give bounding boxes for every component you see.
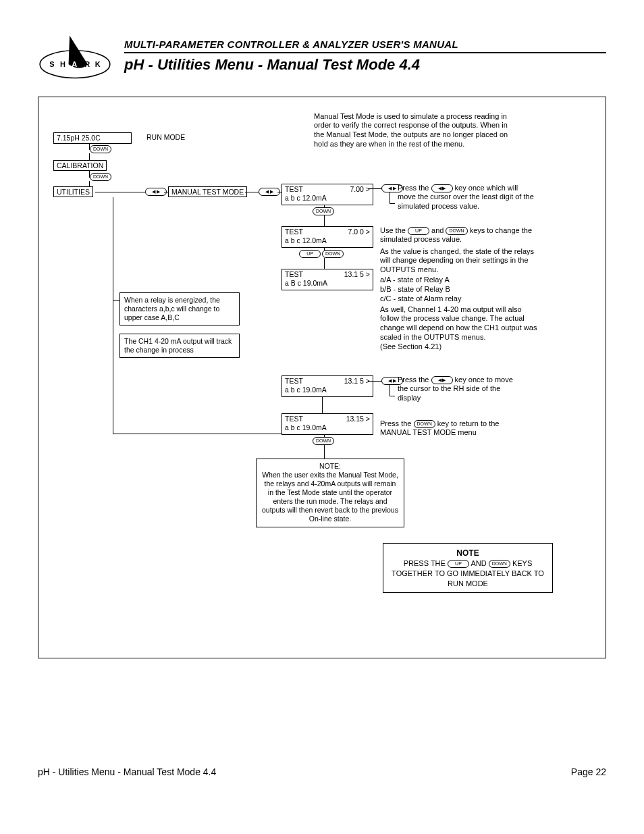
note-heading: NOTE [390,548,545,558]
t: TEST [285,377,303,386]
expl-3c: c/C - state of Alarm relay [380,294,539,304]
test-screen-3: TEST13.1 5 > a B c 19.0mA [281,269,373,290]
svg-text:H: H [60,60,65,68]
manual-title: MULTI-PARAMETER CONTROLLER & ANALYZER US… [124,38,606,53]
t: Use the [380,226,408,234]
page-footer: pH - Utilities Menu - Manual Test Mode 4… [38,766,606,777]
expl-4: As well, Channel 1 4-20 ma output will a… [380,305,539,352]
t: RUN MODE [390,579,545,589]
v: 13.1 5 > [344,270,370,279]
screen-runmode-display: 7.15pH 25.0C [53,132,132,144]
v: 13.15 > [346,415,370,423]
v: 7.0 0 > [348,228,370,236]
shark-logo: S H A R K [38,32,112,80]
test-screen-4: TEST13.1 5 > a b c 19.0mA [281,375,373,397]
expl-2: Use the UP and DOWN keys to change the s… [380,226,535,245]
up-key-icon: UP [448,560,469,568]
page-header: S H A R K MULTI-PARAMETER CONTROLLER & A… [38,32,606,80]
t: TEST [285,270,303,279]
down-key-icon: DOWN [446,227,467,235]
svg-text:A: A [72,60,77,68]
down-key-icon: DOWN [313,437,334,445]
t: and [429,226,446,234]
down-key-icon: DOWN [414,420,435,428]
up-key-icon: UP [299,250,321,258]
footer-right: Page 22 [571,766,606,777]
down-key-icon: DOWN [313,207,334,215]
down-key-icon: DOWN [489,560,510,568]
down-key-icon: DOWN [322,250,344,258]
t: TEST [285,415,303,423]
t: KEYS [510,559,532,567]
ch1-note: The CH1 4-20 mA output will track the ch… [119,334,240,358]
t: TEST [285,185,303,194]
test-screen-5: TEST13.15 > a b c 19.0mA [281,413,373,435]
v: 13.1 5 > [344,377,370,386]
down-key-icon: DOWN [90,173,111,181]
intro-text: Manual Test Mode is used to simulate a p… [314,112,516,149]
ph-temp-readout: 7.15pH 25.0C [57,134,101,142]
test-screen-1: TEST7.00 > a b c 12.0mA [281,184,373,205]
t: AND [469,559,489,567]
down-key-icon: DOWN [90,145,111,153]
l2: a B c 19.0mA [285,279,370,288]
big-note: NOTE PRESS THE UP AND DOWN KEYS TOGETHER… [383,543,553,594]
section-title: pH - Utilities Menu - Manual Test Mode 4… [124,56,606,74]
t: Press the [380,419,414,427]
t: PRESS THE [404,559,448,567]
t: Press the [398,375,431,384]
exit-note-text: NOTE: When the user exits the Manual Tes… [261,462,400,524]
t: TOGETHER TO GO IMMEDIATELY BACK TO [390,569,545,579]
relay-note: When a relay is energized, the character… [119,292,240,325]
expl-1: Press the ◀ ▶ key once which will move t… [398,184,534,211]
test-screen-2: TEST7.0 0 > a b c 12.0mA [281,226,373,248]
v: 7.00 > [350,185,371,194]
up-key-icon: UP [408,227,429,235]
t: TEST [285,228,303,236]
svg-text:S: S [49,60,54,68]
leftright-key-icon: ◀ ▶ [431,184,453,192]
footer-left: pH - Utilities Menu - Manual Test Mode 4… [38,766,216,777]
expl-6: Press the DOWN key to return to the MANU… [380,419,522,438]
svg-text:R: R [84,60,90,68]
t: Press the [398,184,431,192]
l2: a b c 12.0mA [285,194,370,203]
run-mode-label: RUN MODE [146,133,185,141]
l2: a b c 19.0mA [285,423,370,432]
leftright-key-icon: ◀ ▶ [431,376,453,384]
l2: a b c 19.0mA [285,386,370,394]
exit-note: NOTE: When the user exits the Manual Tes… [256,459,404,527]
svg-text:K: K [95,60,101,68]
flow-diagram: Manual Test Mode is used to simulate a p… [38,97,606,658]
calibration-menu: CALIBRATION [53,160,107,171]
manual-test-mode-menu: MANUAL TEST MODE [168,186,247,197]
utilities-menu: UTILITIES [53,186,93,197]
expl-3: As the value is changed, the state of th… [380,247,539,275]
expl-3a: a/A - state of Relay A [380,276,539,285]
expl-5: Press the ◀ ▶ key once to move the curso… [398,375,519,403]
expl-3b: b/B - state of Relay B [380,285,539,294]
l2: a b c 12.0mA [285,236,370,245]
